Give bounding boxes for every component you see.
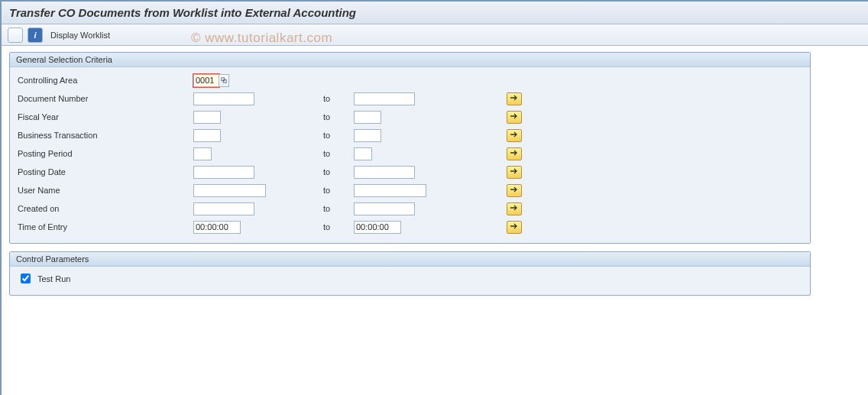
to-label: to — [323, 94, 354, 103]
group-general-title: General Selection Criteria — [10, 53, 810, 67]
checkbox-test-run[interactable] — [21, 274, 31, 283]
to-label: to — [323, 204, 354, 213]
arrow-right-icon — [510, 149, 519, 158]
input-posting-period-to[interactable] — [354, 147, 372, 160]
multi-select-posting-period[interactable] — [507, 147, 522, 160]
label-posting-period: Posting Period — [18, 149, 193, 158]
information-button[interactable]: i — [28, 28, 43, 43]
group-control-title: Control Parameters — [10, 252, 810, 267]
to-label: to — [323, 222, 354, 231]
input-posting-period-from[interactable] — [193, 147, 212, 160]
info-icon: i — [34, 31, 36, 40]
input-time-of-entry-from[interactable] — [193, 221, 241, 234]
input-user-name-to[interactable] — [354, 184, 426, 197]
input-document-number-to[interactable] — [354, 92, 415, 105]
label-test-run[interactable]: Test Run — [37, 274, 70, 283]
to-label: to — [323, 186, 354, 195]
group-control-parameters: Control Parameters Test Run — [9, 251, 811, 296]
input-business-transaction-from[interactable] — [193, 129, 221, 142]
arrow-right-icon — [510, 204, 519, 213]
input-created-on-to[interactable] — [354, 202, 415, 215]
multi-select-business-transaction[interactable] — [507, 129, 522, 142]
input-fiscal-year-from[interactable] — [193, 111, 221, 124]
multi-select-document-number[interactable] — [507, 92, 522, 105]
label-posting-date: Posting Date — [18, 167, 193, 176]
label-user-name: User Name — [18, 186, 193, 195]
to-label: to — [323, 167, 354, 176]
arrow-right-icon — [510, 222, 519, 231]
to-label: to — [323, 149, 354, 158]
label-document-number: Document Number — [18, 94, 193, 103]
arrow-right-icon — [510, 131, 519, 140]
arrow-right-icon — [510, 186, 519, 195]
input-document-number-from[interactable] — [193, 92, 254, 105]
arrow-right-icon — [510, 112, 519, 121]
group-general-selection: General Selection Criteria Controlling A… — [9, 52, 811, 244]
toolbar: i Display Worklist — [2, 24, 868, 46]
multi-select-posting-date[interactable] — [507, 166, 522, 179]
page-title: Transfer CO Documents from Worklist into… — [2, 2, 868, 24]
to-label: to — [323, 131, 354, 140]
arrow-right-icon — [510, 94, 519, 103]
to-label: to — [323, 112, 354, 121]
input-fiscal-year-to[interactable] — [354, 111, 381, 124]
f4-controlling-area[interactable] — [219, 74, 229, 87]
input-business-transaction-to[interactable] — [354, 129, 381, 142]
arrow-right-icon — [510, 167, 519, 176]
display-worklist-link[interactable]: Display Worklist — [50, 31, 110, 40]
input-posting-date-to[interactable] — [354, 166, 415, 179]
label-created-on: Created on — [18, 204, 193, 213]
input-created-on-from[interactable] — [193, 202, 254, 215]
search-help-icon — [221, 76, 227, 85]
multi-select-user-name[interactable] — [507, 184, 522, 197]
label-fiscal-year: Fiscal Year — [18, 112, 193, 121]
multi-select-time-of-entry[interactable] — [507, 221, 522, 234]
label-controlling-area: Controlling Area — [18, 76, 193, 85]
input-posting-date-from[interactable] — [193, 166, 254, 179]
label-business-transaction: Business Transaction — [18, 131, 193, 140]
input-controlling-area[interactable] — [193, 74, 219, 87]
input-time-of-entry-to[interactable] — [354, 221, 401, 234]
multi-select-created-on[interactable] — [507, 202, 522, 215]
label-time-of-entry: Time of Entry — [18, 222, 193, 231]
multi-select-fiscal-year[interactable] — [507, 111, 522, 124]
execute-button[interactable] — [8, 28, 23, 43]
input-user-name-from[interactable] — [193, 184, 266, 197]
